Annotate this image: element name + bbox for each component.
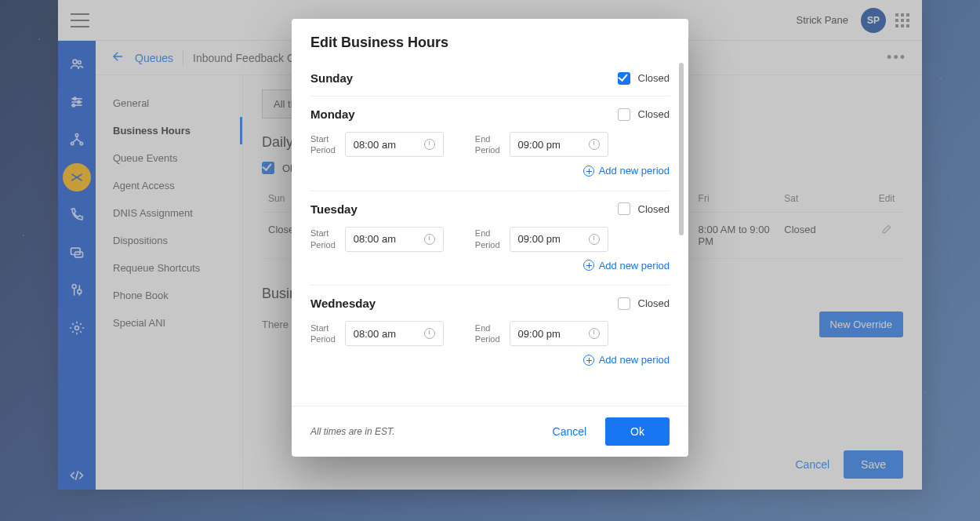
day-block-wednesday: WednesdayClosedStartPeriod08:00 amEndPer… bbox=[310, 286, 670, 380]
closed-checkbox[interactable] bbox=[618, 72, 630, 85]
closed-checkbox[interactable] bbox=[618, 297, 630, 310]
timezone-note: All times are in EST. bbox=[310, 426, 553, 437]
clock-icon bbox=[424, 328, 435, 339]
plus-circle-icon bbox=[583, 166, 594, 177]
end-time-input[interactable]: 09:00 pm bbox=[510, 132, 608, 157]
plus-circle-icon bbox=[583, 355, 594, 366]
clock-icon bbox=[424, 139, 435, 150]
add-new-period-link[interactable]: Add new period bbox=[583, 165, 670, 177]
modal-cancel-button[interactable]: Cancel bbox=[553, 425, 587, 438]
closed-label: Closed bbox=[638, 108, 670, 120]
day-name: Sunday bbox=[310, 71, 353, 85]
clock-icon bbox=[589, 234, 600, 245]
modal-ok-button[interactable]: Ok bbox=[605, 417, 670, 446]
end-period-label: EndPeriod bbox=[475, 228, 500, 250]
clock-icon bbox=[424, 234, 435, 245]
modal-title: Edit Business Hours bbox=[292, 19, 688, 60]
clock-icon bbox=[589, 328, 600, 339]
day-block-sunday: SundayClosed bbox=[310, 60, 670, 97]
plus-circle-icon bbox=[583, 260, 594, 271]
start-period-label: StartPeriod bbox=[310, 228, 336, 250]
add-new-period-link[interactable]: Add new period bbox=[583, 260, 670, 271]
day-block-monday: MondayClosedStartPeriod08:00 amEndPeriod… bbox=[310, 97, 670, 191]
start-period-label: StartPeriod bbox=[310, 133, 336, 156]
closed-label: Closed bbox=[638, 72, 670, 84]
end-time-input[interactable]: 09:00 pm bbox=[510, 227, 608, 252]
start-time-input[interactable]: 08:00 am bbox=[345, 227, 444, 252]
add-new-period-link[interactable]: Add new period bbox=[583, 354, 670, 366]
closed-checkbox[interactable] bbox=[618, 108, 630, 121]
start-period-label: StartPeriod bbox=[310, 322, 336, 345]
modal-footer: All times are in EST. Cancel Ok bbox=[292, 406, 688, 457]
closed-label: Closed bbox=[638, 297, 670, 309]
edit-business-hours-modal: Edit Business Hours SundayClosedMondayCl… bbox=[292, 19, 688, 457]
day-name: Wednesday bbox=[310, 297, 376, 310]
start-time-input[interactable]: 08:00 am bbox=[345, 132, 444, 157]
day-block-tuesday: TuesdayClosedStartPeriod08:00 amEndPerio… bbox=[310, 191, 670, 286]
clock-icon bbox=[589, 139, 600, 150]
modal-body: SundayClosedMondayClosedStartPeriod08:00… bbox=[292, 60, 688, 406]
end-time-input[interactable]: 09:00 pm bbox=[510, 321, 608, 346]
closed-label: Closed bbox=[638, 203, 670, 215]
day-name: Monday bbox=[310, 107, 355, 121]
end-period-label: EndPeriod bbox=[475, 322, 500, 345]
day-name: Tuesday bbox=[310, 202, 358, 216]
closed-checkbox[interactable] bbox=[618, 202, 630, 215]
end-period-label: EndPeriod bbox=[475, 133, 500, 156]
start-time-input[interactable]: 08:00 am bbox=[345, 321, 444, 346]
modal-scrollbar[interactable] bbox=[679, 63, 684, 402]
